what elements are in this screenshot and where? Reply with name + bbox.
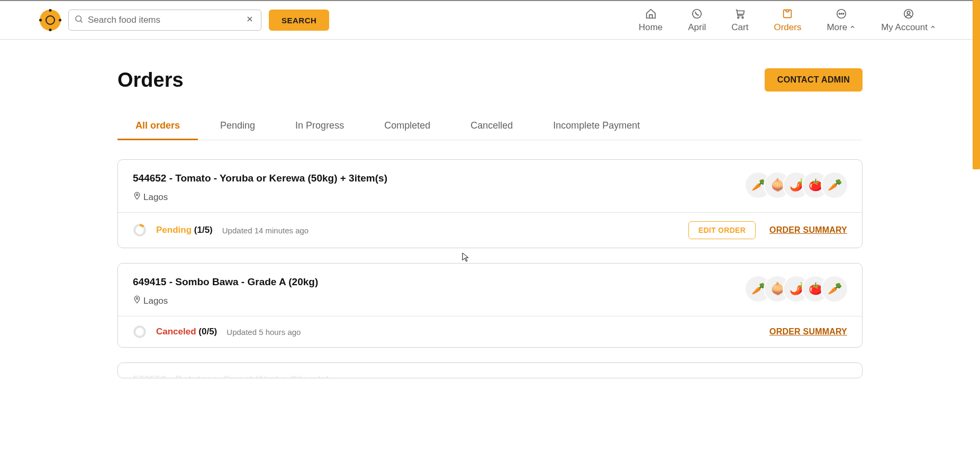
search-icon (74, 14, 84, 26)
tab-incomplete-payment[interactable]: Incomplete Payment (552, 114, 641, 140)
order-location-text: Lagos (143, 192, 168, 203)
account-icon (903, 7, 914, 20)
tab-in-progress[interactable]: In Progress (294, 114, 345, 140)
order-title: 544652 - Tomato - Yoruba or Kerewa (50kg… (133, 173, 387, 184)
clear-search-icon[interactable] (244, 13, 256, 27)
svg-line-1 (80, 21, 82, 22)
order-bottom: Canceled (0/5) Updated 5 hours ago ORDER… (118, 316, 862, 347)
order-updated: Updated 14 minutes ago (222, 226, 308, 235)
order-thumbnails: 🥕 🧅 🌶️ 🍅 🥕 (746, 173, 847, 198)
order-status-text: Canceled (0/5) (156, 326, 217, 337)
order-updated: Updated 5 hours ago (226, 328, 301, 337)
order-card: 573552 - Potatoes, Sweet (1kg) + 2item(s… (117, 362, 863, 378)
svg-rect-7 (784, 10, 792, 18)
order-card: 544652 - Tomato - Yoruba or Kerewa (50kg… (117, 159, 863, 248)
scrollbar[interactable] (973, 0, 980, 169)
order-top: 573552 - Potatoes, Sweet (1kg) + 2item(s… (118, 363, 862, 378)
svg-point-14 (136, 194, 138, 195)
nav-orders-label: Orders (774, 22, 801, 33)
svg-point-0 (76, 16, 81, 22)
cart-icon (734, 7, 746, 20)
order-actions: EDIT ORDER ORDER SUMMARY (688, 221, 847, 239)
chevron-up-icon (930, 22, 936, 33)
search-container (68, 10, 261, 31)
order-top: 544652 - Tomato - Yoruba or Kerewa (50kg… (118, 160, 862, 212)
order-status: Pending (1/5) Updated 14 minutes ago (133, 223, 308, 237)
svg-point-18 (134, 326, 145, 337)
page-content: Orders CONTACT ADMIN All orders Pending … (117, 40, 863, 378)
order-info: 573552 - Potatoes, Sweet (1kg) + 2item(s… (133, 374, 329, 378)
more-icon (836, 7, 847, 20)
page-title: Orders (117, 69, 184, 92)
order-summary-link[interactable]: ORDER SUMMARY (769, 225, 847, 235)
topbar-left: SEARCH (40, 10, 329, 31)
order-location-text: Lagos (143, 296, 168, 306)
svg-point-5 (738, 17, 739, 19)
location-pin-icon (133, 192, 141, 203)
nav-links: Home April Cart (639, 7, 940, 33)
order-top: 649415 - Sombo Bawa - Grade A (20kg) Lag… (118, 264, 862, 316)
order-tabs: All orders Pending In Progress Completed… (117, 114, 863, 140)
nav-orders[interactable]: Orders (774, 7, 801, 33)
nav-april[interactable]: April (688, 7, 706, 33)
svg-point-11 (843, 13, 844, 14)
order-title: 649415 - Sombo Bawa - Grade A (20kg) (133, 276, 318, 288)
nav-cart-label: Cart (731, 22, 748, 33)
product-thumb: 🥕 (822, 173, 847, 198)
nav-more-label: More (827, 22, 856, 33)
nav-home[interactable]: Home (639, 7, 663, 33)
whatsapp-icon (691, 7, 703, 20)
nav-my-account[interactable]: My Account (881, 7, 936, 33)
search-button[interactable]: SEARCH (269, 10, 329, 31)
app-logo[interactable] (40, 10, 61, 31)
order-status-text: Pending (1/5) (156, 225, 213, 235)
order-info: 649415 - Sombo Bawa - Grade A (20kg) Lag… (133, 276, 318, 306)
order-location: Lagos (133, 295, 318, 306)
product-thumb: 🥕 (822, 276, 847, 302)
order-location: Lagos (133, 192, 387, 203)
topbar: SEARCH Home April (0, 0, 980, 40)
nav-april-label: April (688, 22, 706, 33)
order-thumbnails: 🥕 🧅 🌶️ 🍅 🥕 (746, 276, 847, 302)
order-status: Canceled (0/5) Updated 5 hours ago (133, 325, 301, 339)
progress-ring-icon (133, 223, 147, 237)
order-summary-link[interactable]: ORDER SUMMARY (769, 327, 847, 337)
order-info: 544652 - Tomato - Yoruba or Kerewa (50kg… (133, 173, 387, 203)
nav-home-label: Home (639, 22, 663, 33)
tab-cancelled[interactable]: Cancelled (469, 114, 514, 140)
nav-my-account-label: My Account (881, 22, 936, 33)
page-header: Orders CONTACT ADMIN (117, 68, 863, 92)
edit-order-button[interactable]: EDIT ORDER (688, 221, 756, 239)
order-title: 573552 - Potatoes, Sweet (1kg) + 2item(s… (133, 374, 329, 378)
svg-point-17 (136, 297, 138, 299)
chevron-up-icon (849, 22, 856, 33)
contact-admin-button[interactable]: CONTACT ADMIN (765, 68, 863, 92)
order-actions: ORDER SUMMARY (769, 327, 847, 337)
home-icon (645, 7, 657, 20)
svg-point-13 (907, 11, 910, 14)
svg-point-6 (742, 17, 743, 19)
tab-pending[interactable]: Pending (219, 114, 256, 140)
search-input[interactable] (88, 15, 244, 25)
order-card: 649415 - Sombo Bawa - Grade A (20kg) Lag… (117, 263, 863, 348)
progress-ring-icon (133, 325, 147, 339)
tab-completed[interactable]: Completed (383, 114, 431, 140)
location-pin-icon (133, 295, 141, 306)
nav-cart[interactable]: Cart (731, 7, 748, 33)
nav-more[interactable]: More (827, 7, 856, 33)
svg-point-9 (839, 13, 840, 14)
orders-icon (782, 7, 793, 20)
svg-point-10 (841, 13, 842, 14)
order-bottom: Pending (1/5) Updated 14 minutes ago EDI… (118, 212, 862, 248)
tab-all-orders[interactable]: All orders (134, 114, 181, 140)
